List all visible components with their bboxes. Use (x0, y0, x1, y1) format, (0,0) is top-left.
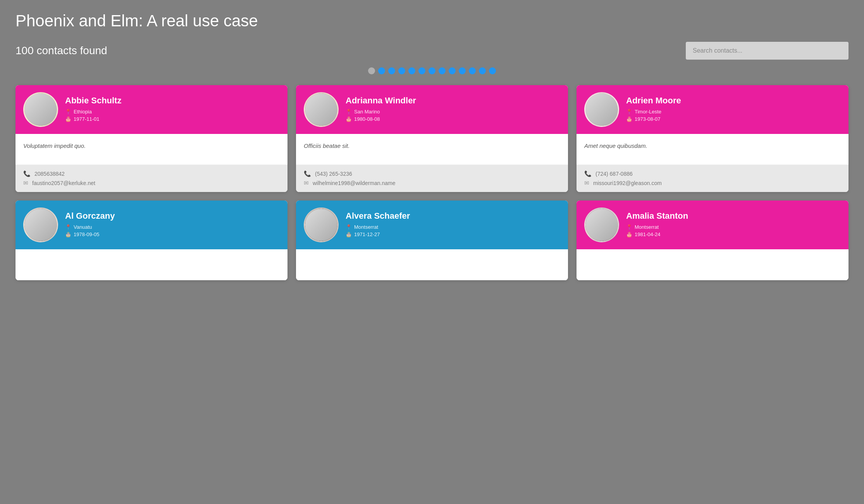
contact-email: ✉ faustino2057@kerluke.net (23, 180, 280, 187)
contact-name: Al Gorczany (65, 211, 280, 221)
birthday-icon: 🎂 (65, 116, 71, 122)
pagination-dot-0[interactable] (368, 67, 375, 74)
pagination (15, 67, 849, 74)
card-body (296, 249, 568, 280)
contact-bio: Officiis beatae sit. (304, 142, 560, 149)
card-header: Abbie Schultz 📍 Ethiopia 🎂 1977-11-01 (15, 85, 287, 134)
contact-phone: 📞 (543) 265-3236 (304, 170, 560, 177)
card-header: Amalia Stanton 📍 Montserrat 🎂 1981-04-24 (577, 201, 849, 249)
birthday-icon: 🎂 (626, 231, 632, 237)
contact-location: 📍 Timor-Leste (626, 109, 841, 115)
avatar (584, 207, 619, 242)
location-icon: 📍 (346, 109, 352, 115)
contact-card: Adrianna Windler 📍 San Marino 🎂 1980-08-… (296, 85, 568, 192)
birthday-icon: 🎂 (346, 231, 352, 237)
dob-text: 1981-04-24 (635, 231, 661, 237)
location-text: Timor-Leste (635, 109, 661, 115)
card-body (577, 249, 849, 280)
email-text: missouri1992@gleason.com (593, 180, 662, 186)
contact-card: Adrien Moore 📍 Timor-Leste 🎂 1973-08-07 … (577, 85, 849, 192)
contact-dob: 🎂 1977-11-01 (65, 116, 280, 122)
email-text: wilhelmine1998@wilderman.name (313, 180, 395, 186)
card-info: Alvera Schaefer 📍 Montserrat 🎂 1971-12-2… (346, 211, 560, 239)
card-header: Al Gorczany 📍 Vanuatu 🎂 1978-09-05 (15, 201, 287, 249)
contact-phone: 📞 2085638842 (23, 170, 280, 177)
card-body (15, 249, 287, 280)
dob-text: 1973-08-07 (635, 116, 661, 122)
location-text: Montserrat (354, 224, 378, 230)
location-text: Montserrat (635, 224, 659, 230)
pagination-dot-4[interactable] (408, 67, 415, 74)
avatar (584, 92, 619, 127)
contact-location: 📍 San Marino (346, 109, 560, 115)
pagination-dot-5[interactable] (418, 67, 425, 74)
pagination-dot-6[interactable] (429, 67, 435, 74)
contact-dob: 🎂 1971-12-27 (346, 231, 560, 237)
contact-card: Al Gorczany 📍 Vanuatu 🎂 1978-09-05 (15, 201, 287, 280)
pagination-dot-9[interactable] (459, 67, 466, 74)
pagination-dot-12[interactable] (489, 67, 496, 74)
dob-text: 1971-12-27 (354, 231, 380, 237)
phone-icon: 📞 (584, 170, 592, 177)
card-footer: 📞 (724) 687-0886 ✉ missouri1992@gleason.… (577, 165, 849, 192)
contact-email: ✉ wilhelmine1998@wilderman.name (304, 180, 560, 187)
birthday-icon: 🎂 (626, 116, 632, 122)
contact-name: Adrianna Windler (346, 96, 560, 106)
card-footer: 📞 (543) 265-3236 ✉ wilhelmine1998@wilder… (296, 165, 568, 192)
avatar (304, 92, 339, 127)
email-icon: ✉ (304, 180, 309, 187)
email-icon: ✉ (584, 180, 589, 187)
location-icon: 📍 (626, 109, 632, 115)
dob-text: 1978-09-05 (74, 231, 100, 237)
contact-phone: 📞 (724) 687-0886 (584, 170, 841, 177)
search-input[interactable] (686, 42, 849, 60)
contact-name: Amalia Stanton (626, 211, 841, 221)
contact-card: Alvera Schaefer 📍 Montserrat 🎂 1971-12-2… (296, 201, 568, 280)
location-icon: 📍 (65, 109, 71, 115)
avatar (23, 92, 58, 127)
dob-text: 1977-11-01 (74, 116, 100, 122)
contact-email: ✉ missouri1992@gleason.com (584, 180, 841, 187)
pagination-dot-11[interactable] (479, 67, 486, 74)
contacts-grid: Abbie Schultz 📍 Ethiopia 🎂 1977-11-01 Vo… (15, 85, 849, 280)
location-icon: 📍 (346, 224, 352, 230)
phone-text: 2085638842 (34, 171, 65, 177)
pagination-dot-7[interactable] (439, 67, 446, 74)
card-body: Amet neque quibusdam. (577, 134, 849, 165)
contact-location: 📍 Montserrat (346, 224, 560, 230)
contact-dob: 🎂 1981-04-24 (626, 231, 841, 237)
pagination-dot-1[interactable] (378, 67, 385, 74)
contact-dob: 🎂 1980-08-08 (346, 116, 560, 122)
contact-dob: 🎂 1973-08-07 (626, 116, 841, 122)
avatar (23, 207, 58, 242)
phone-text: (724) 687-0886 (596, 171, 633, 177)
card-info: Abbie Schultz 📍 Ethiopia 🎂 1977-11-01 (65, 96, 280, 123)
header-row: 100 contacts found (15, 42, 849, 60)
contact-card: Amalia Stanton 📍 Montserrat 🎂 1981-04-24 (577, 201, 849, 280)
card-header: Alvera Schaefer 📍 Montserrat 🎂 1971-12-2… (296, 201, 568, 249)
phone-icon: 📞 (23, 170, 31, 177)
card-body: Officiis beatae sit. (296, 134, 568, 165)
email-text: faustino2057@kerluke.net (32, 180, 95, 186)
contact-name: Alvera Schaefer (346, 211, 560, 221)
dob-text: 1980-08-08 (354, 116, 380, 122)
contact-location: 📍 Vanuatu (65, 224, 280, 230)
location-text: San Marino (354, 109, 380, 115)
pagination-dot-3[interactable] (398, 67, 405, 74)
location-text: Ethiopia (74, 109, 92, 115)
phone-icon: 📞 (304, 170, 311, 177)
contact-card: Abbie Schultz 📍 Ethiopia 🎂 1977-11-01 Vo… (15, 85, 287, 192)
contact-name: Abbie Schultz (65, 96, 280, 106)
pagination-dot-2[interactable] (388, 67, 395, 74)
pagination-dot-8[interactable] (449, 67, 456, 74)
location-text: Vanuatu (74, 224, 92, 230)
card-info: Adrianna Windler 📍 San Marino 🎂 1980-08-… (346, 96, 560, 123)
birthday-icon: 🎂 (346, 116, 352, 122)
location-icon: 📍 (65, 224, 71, 230)
contacts-count: 100 contacts found (15, 45, 107, 57)
pagination-dot-10[interactable] (469, 67, 476, 74)
email-icon: ✉ (23, 180, 28, 187)
phone-text: (543) 265-3236 (315, 171, 352, 177)
card-info: Al Gorczany 📍 Vanuatu 🎂 1978-09-05 (65, 211, 280, 239)
card-footer: 📞 2085638842 ✉ faustino2057@kerluke.net (15, 165, 287, 192)
